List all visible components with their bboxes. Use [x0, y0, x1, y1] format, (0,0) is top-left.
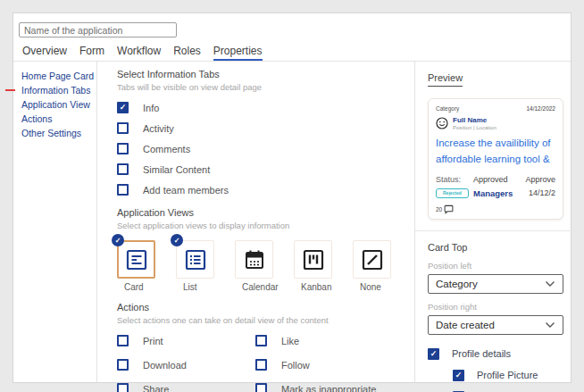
position-left-label: Position left	[428, 261, 563, 271]
checkbox[interactable]: ✓	[117, 102, 129, 113]
preview-card: Category 14/12/2022 Full Name Position |…	[428, 98, 563, 220]
preview-full-name: Full Name	[453, 116, 496, 124]
managers-link[interactable]: Managers	[473, 188, 525, 198]
selected-check-badge-icon: ✓	[171, 234, 183, 246]
sidebar-item-information-tabs[interactable]: Information Tabs	[21, 83, 96, 97]
checkbox-row-comments[interactable]: ✓ Comments	[117, 143, 414, 154]
sidebar-item-other-settings[interactable]: Other Settings	[21, 126, 96, 140]
checkbox-row-profile-picture[interactable]: ✓ Profile Picture	[453, 370, 563, 381]
checkbox-label: Profile details	[452, 348, 511, 359]
profile-details-options: ✓ Profile details ✓ Profile Picture ✓ Fu…	[428, 348, 563, 392]
checkbox-row-print[interactable]: ✓ Print	[117, 335, 255, 346]
preview-label: Preview	[428, 72, 463, 87]
checkbox-row-share[interactable]: ✓ Share	[117, 383, 255, 392]
tab-properties[interactable]: Properties	[213, 43, 263, 61]
application-views-subtitle: Select application views to display info…	[117, 221, 414, 230]
card-top-title: Card Top	[428, 242, 563, 253]
application-views-header: Application Views Select application vie…	[117, 207, 414, 230]
checkbox-row-activity[interactable]: ✓ Activity	[117, 122, 414, 134]
card-view-tile[interactable]	[117, 240, 155, 279]
actions-title: Actions	[117, 302, 414, 313]
checkbox[interactable]: ✓	[117, 184, 129, 196]
tab-bar: Overview Form Workflow Roles Properties	[13, 43, 571, 62]
main-content: Select Information Tabs Tabs will be vis…	[97, 62, 414, 392]
checkbox[interactable]: ✓	[117, 359, 129, 371]
comments-count: 20	[436, 206, 442, 213]
panel-body: Home Page Card Information Tabs Applicat…	[13, 62, 571, 382]
info-tabs-title: Select Information Tabs	[117, 69, 414, 79]
checkbox-label: Download	[143, 360, 187, 371]
tab-overview[interactable]: Overview	[22, 43, 67, 61]
view-tile-card[interactable]: ✓ Card	[117, 240, 176, 292]
checkbox-row-mark-inappropriate[interactable]: ✓ Mark as inappropriate	[255, 383, 414, 392]
position-left-select[interactable]: Category	[428, 274, 563, 294]
kanban-view-icon	[302, 248, 325, 271]
actions-header: Actions Select actions one can take on d…	[117, 302, 414, 325]
view-tile-label: Kanban	[294, 282, 331, 292]
position-right-select[interactable]: Date created	[428, 315, 563, 335]
view-tile-none[interactable]: None	[353, 240, 412, 292]
actions-options: ✓ Print ✓ Download ✓ Share ✓ Lik	[117, 335, 414, 392]
checkbox[interactable]: ✓	[453, 370, 464, 381]
chevron-down-icon	[545, 321, 555, 329]
checkbox[interactable]: ✓	[428, 348, 439, 360]
checkbox-row-similar-content[interactable]: ✓ Similar Content	[117, 163, 414, 175]
card-view-icon	[125, 248, 148, 271]
checkbox[interactable]: ✓	[117, 163, 129, 175]
checkbox-row-info[interactable]: ✓ Info	[117, 102, 414, 113]
info-tabs-subtitle: Tabs will be visible on view detail page	[117, 82, 414, 92]
preview-user-row: Full Name Position | Location	[436, 116, 555, 130]
actions-col-right: ✓ Like ✓ Follow ✓ Mark as inappropriate	[255, 335, 414, 392]
view-tile-calendar[interactable]: Calendar	[235, 240, 294, 292]
actions-subtitle: Select actions one can take on detail vi…	[117, 315, 414, 325]
checkbox[interactable]: ✓	[255, 335, 267, 346]
view-tile-label: Calendar	[235, 282, 279, 292]
checkbox[interactable]: ✓	[117, 383, 129, 392]
checkbox[interactable]: ✓	[255, 359, 267, 371]
checkbox-label: Info	[143, 103, 159, 113]
checkbox-row-like[interactable]: ✓ Like	[255, 335, 414, 346]
none-view-tile[interactable]	[353, 240, 391, 279]
approve-label: Approve	[525, 175, 555, 184]
list-view-tile[interactable]	[176, 240, 214, 279]
preview-date: 14/12/2022	[526, 105, 555, 112]
checkbox[interactable]: ✓	[255, 383, 267, 392]
preview-column: Preview Category 14/12/2022 Full Name	[415, 62, 572, 392]
checkbox-label: Follow	[281, 360, 310, 371]
checkbox-label: Share	[143, 384, 169, 392]
checkbox[interactable]: ✓	[117, 143, 129, 154]
checkbox-row-add-team-members[interactable]: ✓ Add team members	[117, 184, 414, 196]
checkbox[interactable]: ✓	[117, 335, 129, 346]
sidebar-item-actions[interactable]: Actions	[21, 112, 96, 126]
kanban-view-tile[interactable]	[294, 240, 332, 279]
right-section-divider	[415, 230, 572, 231]
sidebar-item-application-view[interactable]: Application View	[21, 97, 96, 112]
checkbox-row-follow[interactable]: ✓ Follow	[255, 359, 414, 371]
position-left-value: Category	[436, 279, 478, 289]
view-tile-label: List	[176, 282, 197, 292]
comment-icon	[444, 204, 454, 214]
check-icon: ✓	[120, 104, 127, 112]
active-item-marker	[5, 89, 15, 91]
view-tile-kanban[interactable]: Kanban	[294, 240, 353, 292]
sidebar-item-label: Information Tabs	[21, 85, 90, 96]
sidebar-item-home-page-card[interactable]: Home Page Card	[21, 69, 96, 83]
tab-roles[interactable]: Roles	[173, 43, 201, 61]
checkbox-row-profile-details[interactable]: ✓ Profile details	[428, 348, 563, 360]
tab-form[interactable]: Form	[79, 43, 104, 61]
list-view-icon	[184, 248, 207, 271]
calendar-view-tile[interactable]	[235, 240, 273, 279]
actions-col-left: ✓ Print ✓ Download ✓ Share	[117, 335, 255, 392]
calendar-view-icon	[243, 248, 266, 271]
checkbox[interactable]: ✓	[117, 122, 129, 134]
check-icon: ✓	[455, 371, 463, 379]
view-tiles: ✓ Card ✓	[117, 234, 414, 292]
view-tile-label: Card	[117, 282, 144, 292]
none-view-icon	[361, 248, 384, 271]
application-name-input[interactable]	[19, 22, 177, 38]
checkbox-row-download[interactable]: ✓ Download	[117, 359, 255, 371]
view-tile-list[interactable]: ✓ List	[176, 240, 235, 292]
tab-workflow[interactable]: Workflow	[117, 43, 161, 61]
preview-card-footer: 20	[436, 204, 555, 214]
application-views-title: Application Views	[117, 207, 414, 218]
